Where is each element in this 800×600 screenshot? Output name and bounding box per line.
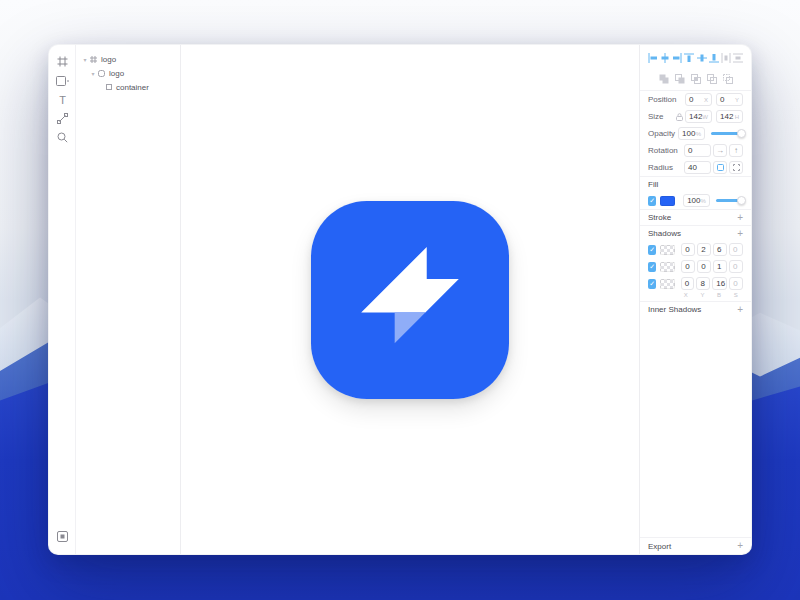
layer-row-logo-frame[interactable]: ▾ logo (76, 52, 180, 66)
shadow-y-input[interactable]: 0 (697, 260, 711, 273)
shadow-color-swatch[interactable] (660, 279, 674, 289)
y-unit: Y (735, 97, 739, 103)
fill-header-label: Fill (648, 180, 658, 189)
shadow-blur-input[interactable]: 16 (712, 277, 727, 290)
opacity-slider-knob[interactable] (737, 129, 746, 138)
shadow-y-input[interactable]: 8 (696, 277, 710, 290)
width-input[interactable]: 142W (685, 110, 712, 123)
shadow-enabled-checkbox[interactable]: ✓ (648, 279, 656, 289)
inner-shadows-section-header: Inner Shadows + (640, 302, 751, 317)
canvas[interactable] (181, 45, 639, 554)
shadow-blur-input[interactable]: 1 (713, 260, 727, 273)
inspector-panel: Position 0X 0Y Size 142W 142H Opacity 10… (639, 45, 751, 554)
rotation-label: Rotation (648, 146, 684, 155)
desktop: T ▾ logo ▾ logo (0, 0, 800, 600)
rotation-input[interactable]: 0 (684, 144, 711, 157)
rotate-right-button[interactable]: → (713, 144, 727, 157)
disclosure-caret-icon[interactable]: ▾ (90, 70, 96, 77)
shadow-column-labels: X Y B S (640, 292, 751, 301)
intersect-icon[interactable] (691, 74, 701, 84)
component-icon (57, 531, 68, 542)
radius-uniform-button[interactable] (713, 161, 727, 174)
shadow-y-input[interactable]: 2 (697, 243, 711, 256)
rectangle-tool-icon (56, 76, 69, 86)
tool-sidebar: T (49, 45, 76, 554)
search-tool-button[interactable] (54, 129, 71, 146)
align-center-horizontal-icon[interactable] (660, 53, 670, 63)
subtract-icon[interactable] (675, 74, 685, 84)
fill-opacity-input[interactable]: 100% (683, 194, 710, 207)
shadow-x-input[interactable]: 0 (681, 243, 695, 256)
vector-tool-icon (57, 113, 68, 124)
shadow-x-input[interactable]: 0 (681, 260, 695, 273)
shadow-enabled-checkbox[interactable]: ✓ (648, 245, 656, 255)
rotation-row: Rotation 0 → ↑ (640, 142, 751, 159)
layer-label[interactable]: logo (101, 55, 116, 64)
shadow-x-input[interactable]: 0 (681, 277, 695, 290)
design-app-window: T ▾ logo ▾ logo (48, 44, 752, 555)
shadow-color-swatch[interactable] (660, 245, 675, 255)
alignment-toolbar (640, 45, 751, 71)
height-input[interactable]: 142H (716, 110, 743, 123)
rectangle-tool-button[interactable] (54, 72, 71, 89)
component-panel-button[interactable] (54, 528, 71, 545)
position-x-input[interactable]: 0X (685, 93, 712, 106)
arrow-up-icon: ↑ (734, 147, 738, 155)
frame-tool-button[interactable] (54, 53, 71, 70)
shadow-blur-input[interactable]: 6 (713, 243, 727, 256)
export-section-header: Export + (640, 537, 751, 554)
lock-aspect-icon[interactable] (676, 113, 683, 121)
rotate-up-button[interactable]: ↑ (729, 144, 743, 157)
position-y-input[interactable]: 0Y (716, 93, 743, 106)
fill-enabled-checkbox[interactable]: ✓ (648, 196, 656, 206)
opacity-slider[interactable] (711, 132, 743, 135)
opacity-input[interactable]: 100% (678, 127, 705, 140)
w-unit: W (702, 114, 708, 120)
shadows-header-label: Shadows (648, 229, 681, 238)
add-inner-shadow-button[interactable]: + (737, 305, 743, 315)
radius-row: Radius 40 (640, 159, 751, 176)
layer-label[interactable]: logo (109, 69, 124, 78)
fill-opacity-slider[interactable] (716, 199, 743, 202)
exclude-icon[interactable] (707, 74, 717, 84)
align-bottom-icon[interactable] (709, 53, 719, 63)
shadow-spread-input[interactable]: 0 (729, 277, 743, 290)
layer-row-logo-group[interactable]: ▾ logo (76, 66, 180, 80)
layers-panel: ▾ logo ▾ logo container (76, 45, 181, 554)
shadow-col-spread: S (728, 292, 743, 301)
shadow-row: ✓ 0 8 16 0 (640, 275, 751, 292)
vector-tool-button[interactable] (54, 110, 71, 127)
radius-input[interactable]: 40 (684, 161, 711, 174)
align-left-icon[interactable] (648, 53, 658, 63)
stroke-section-header: Stroke + (640, 210, 751, 225)
opacity-label: Opacity (648, 129, 678, 138)
shadow-col-y: Y (695, 292, 710, 301)
fill-slider-knob[interactable] (737, 196, 746, 205)
fill-color-swatch[interactable] (660, 196, 675, 206)
disclosure-caret-icon[interactable]: ▾ (82, 56, 88, 63)
add-shadow-button[interactable]: + (737, 229, 743, 239)
distribute-horizontal-icon[interactable] (721, 53, 731, 63)
logo-artboard[interactable] (311, 201, 509, 399)
layer-label[interactable]: container (116, 83, 149, 92)
text-tool-icon: T (59, 94, 66, 106)
align-right-icon[interactable] (672, 53, 682, 63)
fill-section-header: Fill (640, 177, 751, 192)
opacity-row: Opacity 100% (640, 125, 751, 142)
shadow-spread-input[interactable]: 0 (729, 243, 743, 256)
layer-row-container[interactable]: container (76, 80, 180, 94)
align-center-vertical-icon[interactable] (697, 53, 707, 63)
mask-icon[interactable] (723, 74, 733, 84)
align-top-icon[interactable] (684, 53, 694, 63)
shadow-enabled-checkbox[interactable]: ✓ (648, 262, 656, 272)
shadow-row: ✓ 0 0 1 0 (640, 258, 751, 275)
add-export-button[interactable]: + (737, 541, 743, 551)
union-icon[interactable] (659, 74, 669, 84)
distribute-vertical-icon[interactable] (733, 53, 743, 63)
shadow-spread-input[interactable]: 0 (729, 260, 743, 273)
add-stroke-button[interactable]: + (737, 213, 743, 223)
frame-tool-icon (57, 56, 68, 67)
text-tool-button[interactable]: T (54, 91, 71, 108)
radius-individual-button[interactable] (729, 161, 743, 174)
shadow-color-swatch[interactable] (660, 262, 675, 272)
